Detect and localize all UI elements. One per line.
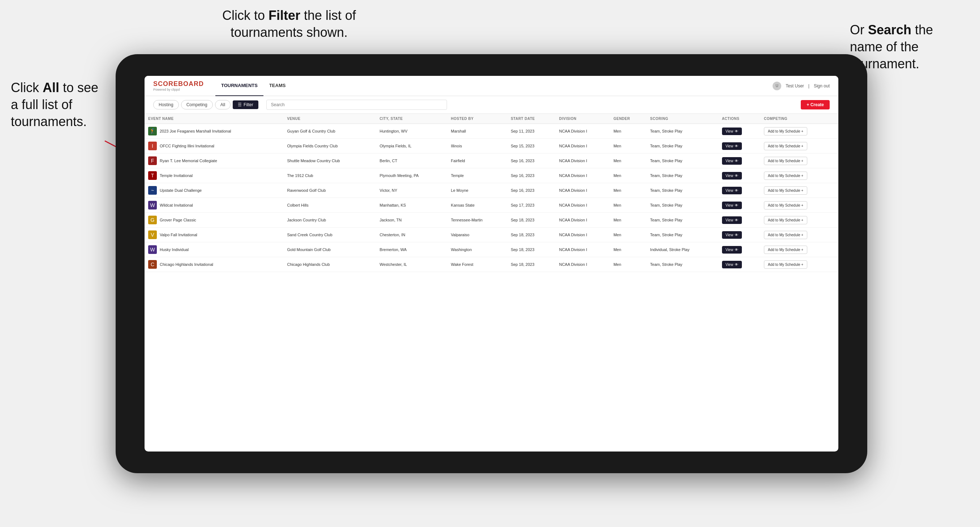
sign-out-link[interactable]: Sign out: [814, 83, 830, 89]
table-row: ~ Upstate Dual Challenge Ravenwood Golf …: [145, 183, 838, 198]
cell-venue-6: Jackson Country Club: [284, 213, 376, 227]
cell-scoring-0: Team, Stroke Play: [646, 124, 718, 139]
tab-hosting[interactable]: Hosting: [153, 100, 179, 110]
view-button-8[interactable]: View 👁: [722, 246, 742, 254]
event-name-4: Upstate Dual Challenge: [160, 188, 202, 192]
cell-hosted-8: Washington: [447, 242, 508, 257]
view-button-7[interactable]: View 👁: [722, 231, 742, 239]
cell-city-9: Westchester, IL: [376, 257, 447, 272]
cell-event-name-2: F Ryan T. Lee Memorial Collegiate: [145, 154, 284, 168]
event-icon-7: V: [148, 230, 157, 239]
add-schedule-button-4[interactable]: Add to My Schedule +: [764, 186, 807, 195]
cell-city-7: Chesterton, IN: [376, 227, 447, 242]
view-icon-4: 👁: [735, 189, 738, 192]
cell-gender-4: Men: [610, 183, 646, 198]
event-icon-9: C: [148, 260, 157, 269]
cell-date-5: Sep 17, 2023: [507, 198, 555, 213]
cell-actions-7: View 👁: [718, 227, 760, 242]
nav-divider: |: [808, 83, 810, 89]
view-button-2[interactable]: View 👁: [722, 157, 742, 165]
nav-teams[interactable]: TEAMS: [263, 76, 292, 96]
cell-event-name-0: 🏌 2023 Joe Feaganes Marshall Invitationa…: [145, 124, 284, 139]
col-city-state: CITY, STATE: [376, 114, 447, 124]
view-button-0[interactable]: View 👁: [722, 127, 742, 135]
cell-gender-7: Men: [610, 227, 646, 242]
cell-scoring-1: Team, Stroke Play: [646, 139, 718, 154]
add-schedule-button-7[interactable]: Add to My Schedule +: [764, 231, 807, 239]
cell-actions-6: View 👁: [718, 213, 760, 227]
view-button-4[interactable]: View 👁: [722, 187, 742, 194]
add-schedule-button-9[interactable]: Add to My Schedule +: [764, 260, 807, 269]
view-button-9[interactable]: View 👁: [722, 261, 742, 268]
add-schedule-button-8[interactable]: Add to My Schedule +: [764, 246, 807, 254]
add-schedule-button-2[interactable]: Add to My Schedule +: [764, 157, 807, 165]
col-scoring: SCORING: [646, 114, 718, 124]
logo-sub: Powered by clippd: [153, 88, 204, 91]
event-name-5: Wildcat Invitational: [160, 203, 193, 207]
add-schedule-button-0[interactable]: Add to My Schedule +: [764, 127, 807, 135]
cell-event-name-1: I OFCC Fighting Illini Invitational: [145, 139, 284, 154]
filter-label: Filter: [243, 102, 253, 107]
view-icon-6: 👁: [735, 218, 738, 222]
add-schedule-button-3[interactable]: Add to My Schedule +: [764, 171, 807, 180]
cell-actions-5: View 👁: [718, 198, 760, 213]
view-button-5[interactable]: View 👁: [722, 202, 742, 209]
tablet: SCOREBOARD Powered by clippd TOURNAMENTS…: [116, 54, 867, 473]
cell-competing-8: Add to My Schedule +: [760, 242, 838, 257]
filter-icon: ☰: [238, 102, 242, 107]
event-icon-2: F: [148, 156, 157, 165]
add-schedule-button-1[interactable]: Add to My Schedule +: [764, 142, 807, 150]
event-icon-6: G: [148, 216, 157, 224]
cell-date-6: Sep 18, 2023: [507, 213, 555, 227]
view-icon-2: 👁: [735, 159, 738, 163]
col-actions: ACTIONS: [718, 114, 760, 124]
add-schedule-button-6[interactable]: Add to My Schedule +: [764, 216, 807, 224]
view-icon-0: 👁: [735, 129, 738, 133]
cell-competing-3: Add to My Schedule +: [760, 168, 838, 183]
filter-button[interactable]: ☰ Filter: [233, 100, 258, 109]
user-avatar: U: [773, 82, 781, 90]
view-button-3[interactable]: View 👁: [722, 172, 742, 179]
tab-all[interactable]: All: [215, 100, 231, 110]
cell-date-8: Sep 18, 2023: [507, 242, 555, 257]
view-button-6[interactable]: View 👁: [722, 216, 742, 224]
cell-actions-1: View 👁: [718, 139, 760, 154]
cell-hosted-0: Marshall: [447, 124, 508, 139]
event-icon-8: W: [148, 245, 157, 254]
cell-scoring-6: Team, Stroke Play: [646, 213, 718, 227]
cell-division-6: NCAA Division I: [555, 213, 609, 227]
cell-competing-2: Add to My Schedule +: [760, 154, 838, 168]
col-start-date: START DATE: [507, 114, 555, 124]
tab-competing[interactable]: Competing: [181, 100, 213, 110]
cell-gender-8: Men: [610, 242, 646, 257]
cell-venue-7: Sand Creek Country Club: [284, 227, 376, 242]
table-row: 🏌 2023 Joe Feaganes Marshall Invitationa…: [145, 124, 838, 139]
view-button-1[interactable]: View 👁: [722, 142, 742, 150]
cell-event-name-3: T Temple Invitational: [145, 168, 284, 183]
nav-tournaments[interactable]: TOURNAMENTS: [215, 76, 263, 96]
tablet-screen: SCOREBOARD Powered by clippd TOURNAMENTS…: [145, 76, 838, 451]
cell-actions-9: View 👁: [718, 257, 760, 272]
add-schedule-button-5[interactable]: Add to My Schedule +: [764, 201, 807, 210]
logo-text: SCOREBOARD: [153, 80, 204, 88]
cell-date-4: Sep 16, 2023: [507, 183, 555, 198]
cell-division-2: NCAA Division I: [555, 154, 609, 168]
event-icon-3: T: [148, 171, 157, 180]
cell-division-4: NCAA Division I: [555, 183, 609, 198]
event-name-7: Valpo Fall Invitational: [160, 233, 197, 237]
cell-city-8: Bremerton, WA: [376, 242, 447, 257]
cell-competing-9: Add to My Schedule +: [760, 257, 838, 272]
cell-competing-1: Add to My Schedule +: [760, 139, 838, 154]
event-name-8: Husky Individual: [160, 248, 189, 252]
table-row: T Temple Invitational The 1912 Club Plym…: [145, 168, 838, 183]
cell-division-3: NCAA Division I: [555, 168, 609, 183]
search-input[interactable]: [266, 100, 447, 110]
table-row: F Ryan T. Lee Memorial Collegiate Shuttl…: [145, 154, 838, 168]
cell-date-2: Sep 16, 2023: [507, 154, 555, 168]
cell-hosted-6: Tennessee-Martin: [447, 213, 508, 227]
col-gender: GENDER: [610, 114, 646, 124]
tournament-table: EVENT NAME VENUE CITY, STATE HOSTED BY S…: [145, 114, 838, 272]
table-body: 🏌 2023 Joe Feaganes Marshall Invitationa…: [145, 124, 838, 272]
create-button[interactable]: + Create: [801, 100, 830, 110]
cell-scoring-2: Team, Stroke Play: [646, 154, 718, 168]
